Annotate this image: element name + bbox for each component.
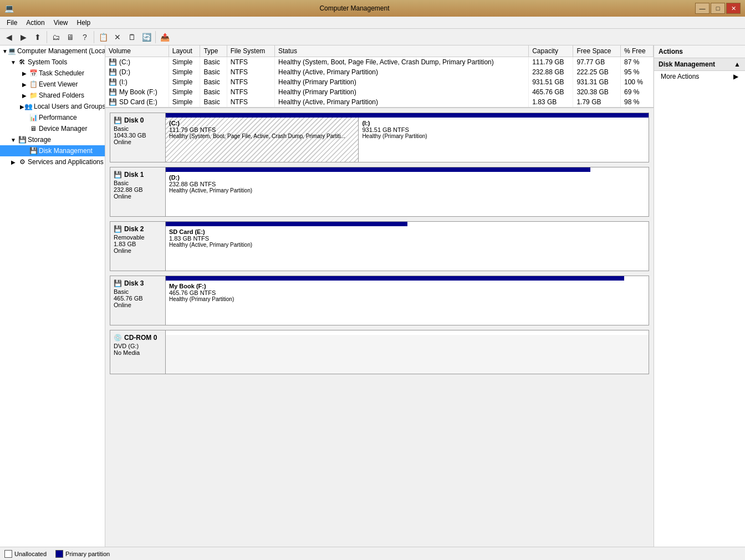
delete-button[interactable]: ✕ — [111, 30, 124, 44]
disk-2-partition-e[interactable]: SD Card (E:) 1.83 GB NTFS Healthy (Activ… — [166, 226, 407, 271]
window-icon: 💻 — [4, 4, 14, 13]
main-container: ▼ 💻 Computer Management (Local ▼ 🛠 Syste… — [0, 45, 745, 547]
disk-0-type: Basic — [114, 125, 162, 132]
title-bar: 💻 Computer Management — □ ✕ — [0, 0, 745, 17]
sidebar-item-services-applications[interactable]: ▶ ⚙ Services and Applications — [0, 156, 105, 167]
services-toggle[interactable]: ▶ — [9, 157, 18, 166]
disk-3-bar — [166, 276, 624, 281]
disk-3-f-status: Healthy (Primary Partition) — [169, 296, 621, 302]
system-tools-toggle[interactable]: ▼ — [9, 58, 18, 67]
export-button[interactable]: 📤 — [158, 30, 171, 44]
cell-type: Basic — [200, 57, 227, 68]
cdrom-media-status: No Media — [114, 349, 162, 356]
cell-pct: 100 % — [621, 77, 654, 87]
minimize-button[interactable]: — — [695, 3, 710, 14]
device-manager-toggle[interactable] — [20, 124, 29, 133]
root-toggle[interactable]: ▼ — [2, 47, 8, 55]
sidebar-item-event-viewer[interactable]: ▶ 📋 Event Viewer — [0, 79, 105, 90]
table-row[interactable]: 💾(I:) Simple Basic NTFS Healthy (Primary… — [105, 77, 654, 87]
storage-toggle[interactable]: ▼ — [9, 135, 18, 144]
sidebar-item-root[interactable]: ▼ 💻 Computer Management (Local — [0, 45, 105, 57]
table-row[interactable]: 💾(C:) Simple Basic NTFS Healthy (System,… — [105, 57, 654, 68]
cell-capacity: 931.51 GB — [529, 77, 573, 87]
cell-fs: NTFS — [227, 77, 274, 87]
actions-panel: Actions Disk Management ▲ More Actions ▶ — [654, 45, 745, 547]
cell-type: Basic — [200, 77, 227, 87]
menu-view[interactable]: View — [49, 18, 73, 28]
disk-row-0: 💾 Disk 0 Basic 1043.30 GB Online (C:) 11… — [110, 113, 649, 162]
disk-3-partition-f[interactable]: My Book (F:) 465.76 GB NTFS Healthy (Pri… — [166, 281, 624, 325]
sidebar-item-label-local-users: Local Users and Groups — [34, 103, 105, 110]
disk-0-partition-c[interactable]: (C:) 111.79 GB NTFS Healthy (System, Boo… — [166, 118, 359, 162]
local-users-toggle[interactable]: ▶ — [20, 102, 24, 111]
disk-2-e-name: SD Card (E:) — [169, 228, 404, 235]
action-more-actions[interactable]: More Actions ▶ — [654, 71, 745, 82]
disk-info-0: 💾 Disk 0 Basic 1043.30 GB Online — [110, 113, 166, 162]
legend-unallocated: Unallocated — [4, 550, 47, 558]
disk-0-size: 1043.30 GB — [114, 132, 162, 139]
local-users-icon: 👥 — [24, 102, 33, 111]
services-icon: ⚙ — [18, 157, 27, 166]
maximize-button[interactable]: □ — [711, 3, 725, 14]
back-button[interactable]: ◀ — [2, 30, 16, 44]
sidebar-item-shared-folders[interactable]: ▶ 📁 Shared Folders — [0, 90, 105, 101]
disk-2-e-detail: 1.83 GB NTFS — [169, 235, 404, 242]
disk-row-3: 💾 Disk 3 Basic 465.76 GB Online My Book … — [110, 276, 649, 325]
help-button[interactable]: ? — [78, 30, 91, 44]
cell-status: Healthy (Active, Primary Partition) — [274, 67, 528, 77]
sidebar-item-storage[interactable]: ▼ 💾 Storage — [0, 134, 105, 145]
menu-file[interactable]: File — [2, 18, 22, 28]
col-pct: % Free — [621, 45, 654, 57]
device-manager-icon: 🖥 — [29, 124, 38, 133]
sidebar-item-local-users-groups[interactable]: ▶ 👥 Local Users and Groups — [0, 101, 105, 112]
sidebar-item-disk-management[interactable]: 💾 Disk Management — [0, 145, 105, 156]
close-button[interactable]: ✕ — [726, 3, 741, 14]
cell-capacity: 232.88 GB — [529, 67, 573, 77]
forward-button[interactable]: ▶ — [17, 30, 30, 44]
new-window[interactable]: 📋 — [96, 30, 110, 44]
disk-1-d-detail: 232.88 GB NTFS — [169, 181, 587, 187]
disk-0-c-status: Healthy (System, Boot, Page File, Active… — [169, 133, 355, 139]
disk-mgmt-toggle[interactable] — [20, 146, 29, 155]
sidebar-item-label-event-viewer: Event Viewer — [39, 80, 78, 88]
performance-toggle[interactable] — [20, 113, 29, 122]
cell-pct: 69 % — [621, 87, 654, 97]
up-button[interactable]: ⬆ — [31, 30, 44, 44]
refresh-button[interactable]: 🔄 — [140, 30, 153, 44]
disk-2-e-status: Healthy (Active, Primary Partition) — [169, 242, 404, 248]
table-row[interactable]: 💾SD Card (E:) Simple Basic NTFS Healthy … — [105, 97, 654, 107]
mmc-properties[interactable]: 🖥 — [64, 30, 77, 44]
sidebar-item-device-manager[interactable]: 🖥 Device Manager — [0, 123, 105, 134]
disk-row-2: 💾 Disk 2 Removable 1.83 GB Online SD Car… — [110, 221, 649, 271]
disk-icon-3: 💾 — [114, 279, 122, 287]
disk-view-area: 💾 Disk 0 Basic 1043.30 GB Online (C:) 11… — [105, 108, 654, 547]
cell-type: Basic — [200, 67, 227, 77]
drive-icon: 💾 — [109, 68, 117, 76]
task-scheduler-toggle[interactable]: ▶ — [20, 69, 29, 78]
table-row[interactable]: 💾(D:) Simple Basic NTFS Healthy (Active,… — [105, 67, 654, 77]
disk-1-partition-d[interactable]: (D:) 232.88 GB NTFS Healthy (Active, Pri… — [166, 172, 590, 216]
volume-table: Volume Layout Type File System Status Ca… — [105, 45, 654, 107]
system-tools-icon: 🛠 — [18, 58, 27, 67]
cell-volume: 💾(I:) — [105, 77, 169, 87]
menu-action[interactable]: Action — [22, 18, 49, 28]
table-row[interactable]: 💾My Book (F:) Simple Basic NTFS Healthy … — [105, 87, 654, 97]
drive-icon: 💾 — [109, 58, 117, 66]
disk-2-type: Removable — [114, 234, 162, 241]
cell-free: 1.79 GB — [573, 97, 621, 107]
menu-help[interactable]: Help — [73, 18, 95, 28]
volume-table-container: Volume Layout Type File System Status Ca… — [105, 45, 654, 108]
sidebar-item-performance[interactable]: 📊 Performance — [0, 112, 105, 123]
col-status: Status — [274, 45, 528, 57]
show-hide-console-tree[interactable]: 🗂 — [49, 30, 63, 44]
properties-button[interactable]: 🗒 — [125, 30, 139, 44]
window-title: Computer Management — [14, 4, 695, 12]
actions-section-header: Disk Management ▲ — [654, 58, 745, 71]
event-viewer-toggle[interactable]: ▶ — [20, 80, 29, 89]
sidebar-item-task-scheduler[interactable]: ▶ 📅 Task Scheduler — [0, 68, 105, 79]
disk-3-name: 💾 Disk 3 — [114, 279, 162, 287]
shared-folders-toggle[interactable]: ▶ — [20, 91, 29, 100]
sidebar-item-system-tools[interactable]: ▼ 🛠 System Tools — [0, 57, 105, 68]
disk-0-partition-i[interactable]: (I:) 931.51 GB NTFS Healthy (Primary Par… — [359, 118, 649, 162]
disk-2-size: 1.83 GB — [114, 241, 162, 247]
